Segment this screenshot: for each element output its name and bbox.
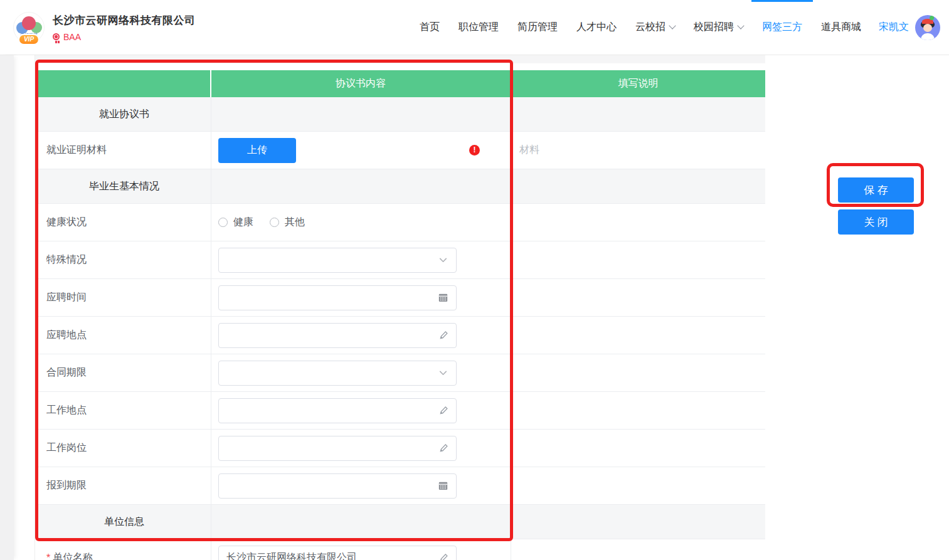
nav-item-label: 职位管理 — [459, 21, 499, 34]
field-label: 应聘时间 — [46, 291, 87, 304]
chevron-down-icon — [438, 367, 448, 378]
error-icon: ! — [469, 145, 480, 156]
row-label-cell: 特殊情况 — [38, 241, 211, 278]
radio-option[interactable]: 其他 — [270, 216, 305, 229]
nav-item-4[interactable]: 云校招 — [635, 0, 675, 55]
avatar-face — [923, 24, 932, 32]
nav-item-5[interactable]: 校园招聘 — [694, 0, 743, 55]
row-control-cell — [211, 279, 511, 316]
row-control-cell — [211, 505, 511, 539]
calendar-icon — [438, 292, 448, 303]
user-name: 宋凯文 — [879, 21, 909, 34]
table-row: 毕业生基本情况 — [38, 169, 765, 204]
main-nav: 首页职位管理简历管理人才中心云校招校园招聘网签三方道具商城 — [420, 0, 861, 55]
table-header-agreement-content: 协议书内容 — [211, 70, 511, 97]
logo-balloon-red — [22, 16, 36, 30]
nav-item-label: 人才中心 — [576, 21, 617, 34]
row-control-cell — [211, 169, 511, 203]
row-label-cell: *单位名称 — [38, 539, 211, 560]
nav-item-1[interactable]: 职位管理 — [459, 0, 499, 55]
nav-item-0[interactable]: 首页 — [420, 0, 440, 55]
section-title: 就业协议书 — [99, 108, 149, 121]
nav-item-label: 云校招 — [635, 21, 665, 34]
save-button[interactable]: 保 存 — [838, 177, 914, 203]
edit-icon — [438, 443, 448, 453]
table-row: 应聘时间 — [38, 279, 765, 317]
chevron-down-icon — [669, 22, 676, 29]
radio-button[interactable] — [218, 218, 228, 227]
vip-badge: VIP — [18, 34, 40, 45]
row-label-cell: 健康状况 — [38, 204, 211, 241]
row-instruction-cell — [511, 317, 765, 354]
active-tab-indicator — [751, 0, 813, 2]
row-label-cell: 工作地点 — [38, 392, 211, 429]
text-input[interactable] — [218, 323, 457, 348]
table-row: 健康状况健康其他 — [38, 204, 765, 241]
row-instruction-cell — [511, 169, 765, 203]
row-label-cell: 单位信息 — [38, 505, 211, 539]
company-badge: BAA — [63, 32, 81, 42]
table-row: 工作地点 — [38, 392, 765, 430]
brand-block: 云研科技 VIP 长沙市云研网络科技有限公司 BAA — [13, 12, 196, 43]
left-edge-strip — [0, 55, 14, 560]
select-field[interactable] — [218, 248, 457, 273]
row-control-cell: 上传! — [211, 132, 511, 169]
table-row: 特殊情况 — [38, 241, 765, 279]
row-instruction-cell: 材料 — [511, 132, 765, 169]
field-label: 就业证明材料 — [46, 144, 107, 157]
radio-label: 其他 — [285, 216, 305, 229]
field-label: 工作岗位 — [46, 441, 87, 455]
card-left-border — [34, 55, 35, 560]
edit-icon — [438, 330, 448, 341]
text-input[interactable]: 长沙市云研网络科技有限公司 — [218, 546, 457, 560]
agreement-form-table: 协议书内容 填写说明 就业协议书就业证明材料上传!材料毕业生基本情况健康状况健康… — [38, 70, 765, 560]
edit-icon — [438, 406, 448, 416]
chevron-down-icon — [438, 255, 448, 265]
row-instruction-cell — [511, 354, 765, 391]
nav-item-6[interactable]: 网签三方 — [762, 0, 802, 55]
instruction-placeholder: 材料 — [519, 144, 539, 157]
select-field[interactable] — [218, 361, 457, 386]
radio-option[interactable]: 健康 — [218, 216, 253, 229]
nav-item-3[interactable]: 人才中心 — [576, 0, 617, 55]
field-label: 报到期限 — [46, 479, 87, 492]
nav-item-7[interactable]: 道具商城 — [821, 0, 861, 55]
field-label: 应聘地点 — [46, 329, 87, 342]
close-button[interactable]: 关 闭 — [838, 209, 914, 235]
table-row: 就业证明材料上传!材料 — [38, 132, 765, 169]
row-label-cell: 应聘地点 — [38, 317, 211, 354]
table-row: 报到期限 — [38, 467, 765, 505]
cutoff-row-above — [35, 55, 765, 63]
text-input[interactable] — [218, 398, 457, 423]
row-instruction-cell — [511, 467, 765, 504]
table-body: 就业协议书就业证明材料上传!材料毕业生基本情况健康状况健康其他特殊情况应聘时间应… — [38, 97, 765, 560]
row-control-cell — [211, 467, 511, 504]
row-control-cell: 健康其他 — [211, 204, 511, 241]
row-label-cell: 合同期限 — [38, 354, 211, 391]
row-label-cell: 就业协议书 — [38, 97, 211, 131]
upload-button[interactable]: 上传 — [218, 138, 296, 163]
user-menu[interactable]: 宋凯文 — [879, 15, 940, 40]
date-input[interactable] — [218, 473, 457, 499]
input-value: 长沙市云研网络科技有限公司 — [226, 551, 357, 560]
date-input[interactable] — [218, 285, 457, 310]
nav-item-2[interactable]: 简历管理 — [517, 0, 558, 55]
edit-icon — [438, 553, 448, 560]
table-row: 就业协议书 — [38, 97, 765, 132]
row-instruction-cell — [511, 241, 765, 278]
row-label-cell: 毕业生基本情况 — [38, 169, 211, 203]
user-avatar[interactable] — [915, 15, 940, 40]
radio-button[interactable] — [270, 218, 279, 227]
medal-icon — [53, 33, 60, 40]
text-input[interactable] — [218, 436, 457, 461]
row-instruction-cell — [511, 505, 765, 539]
table-header-empty — [38, 70, 211, 97]
chevron-down-icon — [737, 22, 744, 29]
section-title: 单位信息 — [104, 515, 144, 529]
row-label-cell: 工作岗位 — [38, 430, 211, 467]
table-row: 单位信息 — [38, 505, 765, 539]
company-logo[interactable]: 云研科技 VIP — [13, 12, 45, 43]
row-control-cell — [211, 317, 511, 354]
table-row: *单位名称长沙市云研网络科技有限公司 — [38, 539, 765, 560]
nav-item-label: 简历管理 — [517, 21, 558, 34]
